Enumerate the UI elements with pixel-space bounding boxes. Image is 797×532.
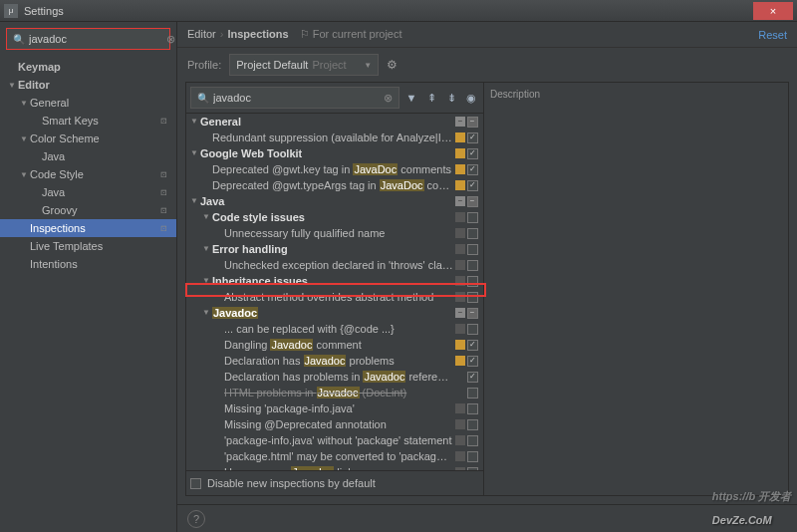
disable-new-label: Disable new inspections by default xyxy=(207,477,376,489)
sidebar-item-smart-keys[interactable]: Smart Keys⊡ xyxy=(0,112,176,130)
inspection-row[interactable]: Deprecated @gwt.typeArgs tag in JavaDoc … xyxy=(186,177,483,193)
inspection-row[interactable]: Unchecked exception declared in 'throws'… xyxy=(186,257,483,273)
window-title: Settings xyxy=(24,5,753,17)
disable-new-checkbox[interactable] xyxy=(190,478,201,489)
gear-icon[interactable]: ⚙ xyxy=(387,58,398,72)
inspection-row[interactable]: Redundant suppression (available for Ana… xyxy=(186,130,483,145)
inspection-row[interactable]: HTML problems in Javadoc (DocLint) xyxy=(186,385,483,400)
settings-tree[interactable]: Keymap▼Editor▼GeneralSmart Keys⊡▼Color S… xyxy=(0,56,176,532)
sidebar-item-general[interactable]: ▼General xyxy=(0,94,176,112)
show-icon[interactable]: ◉ xyxy=(463,90,479,106)
settings-search-input[interactable] xyxy=(29,33,166,45)
inspection-search[interactable]: 🔍 ⊗ xyxy=(190,87,399,109)
search-icon: 🔍 xyxy=(13,34,25,45)
description-panel: Description xyxy=(484,82,789,496)
inspection-row[interactable]: ▼Javadoc− xyxy=(186,305,483,321)
inspection-tree[interactable]: ▼General−Redundant suppression (availabl… xyxy=(186,114,483,470)
inspection-row[interactable]: ▼Error handling xyxy=(186,241,483,257)
inspection-search-input[interactable] xyxy=(213,92,384,104)
clear-icon[interactable]: ⊗ xyxy=(166,33,175,46)
inspection-row[interactable]: ▼Code style issues xyxy=(186,209,483,225)
clear-icon[interactable]: ⊗ xyxy=(384,92,393,105)
profile-label: Profile: xyxy=(187,59,221,71)
inspection-row[interactable]: ... can be replaced with {@code ...} xyxy=(186,321,483,337)
sidebar-item-code-style[interactable]: ▼Code Style⊡ xyxy=(0,165,176,183)
collapse-icon[interactable]: ⇟ xyxy=(443,90,459,106)
sidebar-item-groovy[interactable]: Groovy⊡ xyxy=(0,201,176,219)
inspection-row[interactable]: 'package.html' may be converted to 'pack… xyxy=(186,448,483,464)
inspection-row[interactable]: ▼General− xyxy=(186,114,483,130)
sidebar-item-keymap[interactable]: Keymap xyxy=(0,58,176,76)
sidebar-item-color-scheme[interactable]: ▼Color Scheme xyxy=(0,130,176,147)
sidebar-item-intentions[interactable]: Intentions xyxy=(0,255,176,273)
sidebar-item-live-templates[interactable]: Live Templates xyxy=(0,237,176,255)
inspection-row[interactable]: 'package-info.java' without 'package' st… xyxy=(186,432,483,448)
inspection-row[interactable]: Missing @Deprecated annotation xyxy=(186,416,483,432)
inspection-row[interactable]: Missing 'package-info.java' xyxy=(186,400,483,416)
sidebar-item-inspections[interactable]: Inspections⊡ xyxy=(0,219,176,237)
inspection-row[interactable]: ▼Java− xyxy=(186,193,483,209)
reset-link[interactable]: Reset xyxy=(758,29,787,41)
help-button[interactable]: ? xyxy=(187,510,205,528)
sidebar-item-java[interactable]: Java xyxy=(0,147,176,165)
inspection-row[interactable]: Abstract method overrides abstract metho… xyxy=(186,289,483,305)
sidebar-item-java[interactable]: Java⊡ xyxy=(0,183,176,201)
expand-icon[interactable]: ⇞ xyxy=(423,90,439,106)
filter-icon[interactable]: ▼ xyxy=(403,90,419,106)
close-button[interactable]: × xyxy=(753,2,793,20)
inspection-row[interactable]: ▼Inheritance issues xyxy=(186,273,483,289)
inspection-row[interactable]: Deprecated @gwt.key tag in JavaDoc comme… xyxy=(186,161,483,177)
inspection-row[interactable]: Unnecessary fully qualified name xyxy=(186,225,483,241)
search-icon: 🔍 xyxy=(197,93,209,104)
inspection-row[interactable]: Declaration has problems in Javadoc refe… xyxy=(186,369,483,385)
description-label: Description xyxy=(490,89,782,100)
inspection-row[interactable]: ▼Google Web Toolkit xyxy=(186,145,483,161)
sidebar-item-editor[interactable]: ▼Editor xyxy=(0,76,176,94)
breadcrumb: Editor›Inspections ⚐ For current project xyxy=(187,28,402,41)
profile-select[interactable]: Project DefaultProject▼ xyxy=(229,54,379,76)
app-icon: μ xyxy=(4,4,18,18)
settings-search[interactable]: 🔍 ⊗ xyxy=(6,28,170,50)
inspection-row[interactable]: Dangling Javadoc comment xyxy=(186,337,483,353)
inspection-row[interactable]: Declaration has Javadoc problems xyxy=(186,353,483,369)
